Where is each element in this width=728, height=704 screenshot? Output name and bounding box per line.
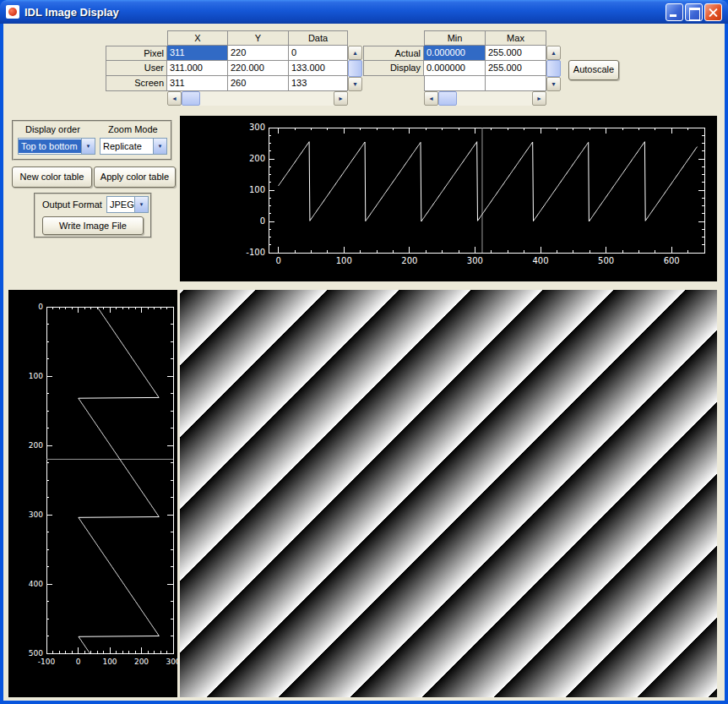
minimize-button[interactable]	[666, 3, 683, 21]
app-window: IDL Image Display X Y Data Pixel 311 220…	[0, 0, 728, 704]
dropdown-arrow-button[interactable]: ▼	[153, 139, 166, 154]
coord-table-hscrollbar[interactable]: ◄ ►	[167, 91, 348, 106]
cell-pixel-x[interactable]: 311	[167, 46, 228, 61]
client-area: X Y Data Pixel 311 220 0 User 311.000 22…	[3, 24, 725, 701]
cell-display-max[interactable]: 255.000	[486, 61, 546, 76]
zoom-mode-value: Replicate	[101, 139, 153, 153]
row-profile-chart: 0100200300400500600-1000100200300	[180, 116, 717, 281]
autoscale-button[interactable]: Autoscale	[568, 60, 619, 80]
left-arrow-icon: ◄	[428, 96, 434, 101]
row-label-screen[interactable]: Screen	[106, 76, 167, 91]
left-arrow-icon: ◄	[171, 96, 177, 101]
column-header-max[interactable]: Max	[486, 30, 546, 46]
vscroll-thumb[interactable]	[348, 60, 362, 77]
svg-text:600: 600	[664, 256, 680, 265]
cell-pixel-y[interactable]: 220	[228, 46, 289, 61]
cell-screen-data[interactable]: 133	[289, 76, 348, 91]
column-header-y[interactable]: Y	[228, 30, 289, 46]
svg-text:300: 300	[249, 123, 265, 132]
row-label-display[interactable]: Display	[363, 61, 424, 76]
column-profile-chart: -10001002003000100200300400500	[8, 290, 177, 697]
column-header-data[interactable]: Data	[289, 30, 348, 46]
cell-display-min[interactable]: 0.000000	[424, 61, 486, 76]
svg-text:0: 0	[275, 256, 280, 265]
svg-text:-100: -100	[38, 658, 56, 666]
svg-text:300: 300	[29, 510, 43, 519]
row-label-actual[interactable]: Actual	[363, 46, 424, 61]
scroll-left-button[interactable]: ◄	[424, 91, 438, 106]
cell-actual-max[interactable]: 255.000	[486, 46, 546, 61]
svg-text:100: 100	[249, 185, 265, 194]
coordinate-table: X Y Data Pixel 311 220 0 User 311.000 22…	[106, 30, 348, 91]
chevron-down-icon: ▼	[86, 144, 91, 149]
range-table-hscrollbar[interactable]: ◄ ►	[424, 91, 546, 106]
scroll-down-button[interactable]: ▼	[546, 77, 561, 91]
cell-screen-x[interactable]: 311	[167, 76, 228, 91]
cell-user-x[interactable]: 311.000	[167, 61, 228, 76]
column-profile-plot[interactable]: -10001002003000100200300400500	[8, 290, 177, 697]
svg-text:0: 0	[260, 216, 265, 226]
app-icon[interactable]	[6, 5, 19, 19]
scroll-right-button[interactable]: ►	[334, 91, 348, 106]
scroll-up-button[interactable]: ▲	[546, 46, 561, 60]
svg-text:300: 300	[166, 658, 177, 666]
cell-user-data[interactable]: 133.000	[289, 61, 348, 76]
dropdown-arrow-button[interactable]: ▼	[81, 139, 95, 154]
coord-table-vscrollbar[interactable]: ▲ ▼	[348, 46, 362, 91]
table-corner	[363, 76, 424, 91]
column-header-min[interactable]: Min	[424, 30, 486, 46]
title-bar[interactable]: IDL Image Display	[0, 0, 728, 24]
hscroll-thumb[interactable]	[182, 91, 200, 106]
scroll-left-button[interactable]: ◄	[167, 91, 182, 106]
dropdown-arrow-button[interactable]: ▼	[134, 197, 148, 212]
maximize-button[interactable]	[685, 3, 703, 21]
output-format-group: Output Format JPEG ▼ Write Image File	[34, 193, 152, 238]
svg-text:0: 0	[38, 303, 43, 311]
vscroll-thumb[interactable]	[546, 60, 561, 77]
svg-text:200: 200	[401, 256, 417, 265]
zoom-mode-dropdown[interactable]: Replicate ▼	[100, 138, 167, 155]
svg-text:100: 100	[336, 256, 352, 265]
cell-user-y[interactable]: 220.000	[228, 61, 289, 76]
row-label-pixel[interactable]: Pixel	[106, 46, 167, 61]
close-button[interactable]	[704, 3, 722, 21]
cell-actual-min[interactable]: 0.000000	[424, 46, 486, 61]
scroll-down-button[interactable]: ▼	[348, 77, 362, 91]
apply-color-table-button[interactable]: Apply color table	[94, 166, 176, 188]
range-table-vscrollbar[interactable]: ▲ ▼	[546, 46, 561, 91]
scroll-up-button[interactable]: ▲	[348, 46, 362, 60]
svg-text:400: 400	[532, 256, 548, 265]
down-arrow-icon: ▼	[352, 81, 358, 87]
svg-text:200: 200	[134, 658, 149, 666]
up-arrow-icon: ▲	[352, 50, 358, 56]
image-display[interactable]	[180, 290, 717, 697]
display-order-label: Display order	[25, 124, 80, 134]
output-format-dropdown[interactable]: JPEG ▼	[106, 196, 149, 213]
hscroll-thumb[interactable]	[438, 91, 457, 106]
svg-text:100: 100	[102, 658, 117, 666]
stripe-image	[180, 290, 717, 697]
svg-text:-100: -100	[246, 248, 265, 257]
down-arrow-icon: ▼	[551, 81, 557, 87]
cell-pixel-data[interactable]: 0	[289, 46, 348, 61]
output-format-value: JPEG	[107, 198, 134, 211]
right-arrow-icon: ►	[536, 96, 542, 101]
hscroll-track[interactable]	[457, 91, 532, 106]
column-header-x[interactable]: X	[167, 30, 228, 46]
display-order-value: Top to bottom	[19, 139, 81, 153]
new-color-table-button[interactable]: New color table	[12, 166, 92, 188]
svg-text:500: 500	[598, 256, 614, 265]
row-profile-plot[interactable]: 0100200300400500600-1000100200300	[180, 116, 717, 281]
display-order-dropdown[interactable]: Top to bottom ▼	[18, 138, 95, 155]
hscroll-track[interactable]	[200, 91, 334, 106]
up-arrow-icon: ▲	[551, 50, 557, 56]
cell-screen-y[interactable]: 260	[228, 76, 289, 91]
svg-text:200: 200	[29, 441, 43, 450]
svg-text:0: 0	[76, 658, 81, 666]
output-format-label: Output Format	[42, 199, 102, 210]
row-label-user[interactable]: User	[106, 61, 167, 76]
write-image-file-button[interactable]: Write Image File	[42, 216, 144, 235]
empty-cell	[424, 76, 486, 91]
svg-text:100: 100	[29, 372, 43, 380]
scroll-right-button[interactable]: ►	[532, 91, 546, 106]
